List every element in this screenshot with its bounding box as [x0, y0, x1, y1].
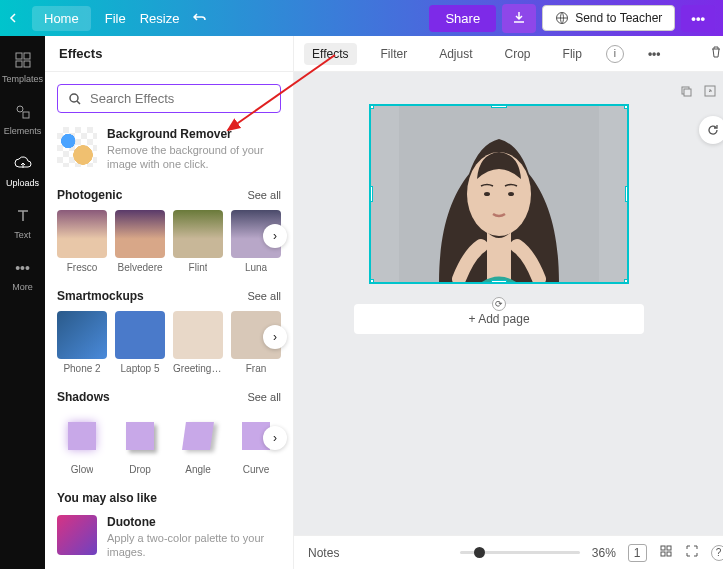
bg-remover-thumb [57, 127, 97, 167]
shadows-title: Shadows [57, 390, 110, 404]
page-number-button[interactable]: 1 [628, 544, 647, 562]
mockup-laptop[interactable]: Laptop 5 [115, 311, 165, 374]
more-menu-button[interactable]: ••• [681, 5, 715, 32]
zoom-value: 36% [592, 546, 616, 560]
svg-rect-17 [661, 552, 665, 556]
info-button[interactable]: i [606, 45, 624, 63]
shadows-next[interactable]: › [263, 426, 287, 450]
more-icon: ••• [13, 258, 33, 278]
send-to-teacher-button[interactable]: Send to Teacher [542, 5, 675, 31]
search-icon [68, 92, 82, 106]
file-menu[interactable]: File [105, 11, 126, 26]
svg-rect-2 [24, 53, 30, 59]
photogenic-see-all[interactable]: See all [247, 189, 281, 201]
svg-rect-9 [684, 89, 691, 96]
undo-button[interactable] [193, 11, 207, 25]
add-page-button[interactable]: ⟳ + Add page [354, 304, 644, 334]
background-remover-item[interactable]: Background Remover Remove the background… [57, 127, 281, 172]
home-button[interactable]: Home [32, 6, 91, 31]
rail-uploads[interactable]: Uploads [0, 148, 45, 194]
tab-filter[interactable]: Filter [373, 43, 416, 65]
top-toolbar: Home File Resize Share Send to Teacher •… [0, 0, 723, 36]
help-button[interactable]: ? [711, 545, 724, 561]
svg-rect-18 [667, 552, 671, 556]
svg-rect-3 [16, 61, 22, 67]
open-page-button[interactable] [703, 84, 717, 101]
effect-belvedere[interactable]: Belvedere [115, 210, 165, 273]
svg-rect-16 [667, 546, 671, 550]
toolbar-more[interactable]: ••• [640, 43, 669, 65]
notes-button[interactable]: Notes [308, 546, 339, 560]
shadow-drop[interactable]: Drop [115, 412, 165, 475]
mockup-card[interactable]: Greeting car... [173, 311, 223, 374]
zoom-slider[interactable] [460, 551, 580, 554]
effects-panel: Effects Background Remover Remove the ba… [45, 36, 294, 569]
duotone-thumb [57, 515, 97, 555]
globe-icon [555, 11, 569, 25]
photogenic-title: Photogenic [57, 188, 122, 202]
mockup-phone[interactable]: Phone 2 [57, 311, 107, 374]
smartmockups-see-all[interactable]: See all [247, 290, 281, 302]
templates-icon [13, 50, 33, 70]
smartmockups-next[interactable]: › [263, 325, 287, 349]
smartmockups-title: Smartmockups [57, 289, 144, 303]
canvas-area: Effects Filter Adjust Crop Flip i ••• [294, 36, 723, 569]
svg-point-14 [508, 192, 514, 196]
duotone-item[interactable]: Duotone Apply a two-color palette to you… [57, 515, 281, 560]
portrait-image [399, 104, 599, 284]
search-effects-input[interactable] [57, 84, 281, 113]
bg-remover-title: Background Remover [107, 127, 281, 141]
download-button[interactable] [502, 4, 536, 33]
bottom-bar: Notes 36% 1 ? [294, 535, 723, 569]
sync-icon: ⟳ [492, 297, 506, 311]
tab-adjust[interactable]: Adjust [431, 43, 480, 65]
svg-point-5 [17, 106, 23, 112]
photogenic-next[interactable]: › [263, 224, 287, 248]
text-icon [13, 206, 33, 226]
canvas-page[interactable]: ⟳ + Add page [354, 104, 644, 334]
selected-image[interactable] [369, 104, 629, 284]
svg-rect-15 [661, 546, 665, 550]
fullscreen-button[interactable] [685, 544, 699, 561]
svg-rect-1 [16, 53, 22, 59]
share-button[interactable]: Share [429, 5, 496, 32]
also-like-title: You may also like [57, 491, 281, 505]
shadow-glow[interactable]: Glow [57, 412, 107, 475]
duotone-title: Duotone [107, 515, 281, 529]
effect-fresco[interactable]: Fresco [57, 210, 107, 273]
left-rail: Templates Elements Uploads Text •••More [0, 36, 45, 569]
grid-view-button[interactable] [659, 544, 673, 561]
bg-remover-desc: Remove the background of your image with… [107, 143, 281, 172]
delete-button[interactable] [701, 41, 724, 66]
send-teacher-label: Send to Teacher [575, 11, 662, 25]
panel-title: Effects [45, 36, 293, 72]
rail-text[interactable]: Text [0, 200, 45, 246]
shadows-see-all[interactable]: See all [247, 391, 281, 403]
elements-icon [13, 102, 33, 122]
tab-crop[interactable]: Crop [497, 43, 539, 65]
rail-templates[interactable]: Templates [0, 44, 45, 90]
image-toolbar: Effects Filter Adjust Crop Flip i ••• [294, 36, 723, 72]
svg-point-7 [70, 94, 78, 102]
rail-elements[interactable]: Elements [0, 96, 45, 142]
uploads-icon [13, 154, 33, 174]
back-button[interactable] [8, 13, 18, 23]
resize-button[interactable]: Resize [140, 11, 180, 26]
svg-point-13 [484, 192, 490, 196]
duplicate-page-button[interactable] [679, 84, 693, 101]
tab-flip[interactable]: Flip [555, 43, 590, 65]
svg-rect-4 [24, 61, 30, 67]
svg-rect-6 [23, 112, 29, 118]
rail-more[interactable]: •••More [0, 252, 45, 298]
tab-effects[interactable]: Effects [304, 43, 356, 65]
shadow-angle[interactable]: Angle [173, 412, 223, 475]
duotone-desc: Apply a two-color palette to your images… [107, 531, 281, 560]
reset-button[interactable] [699, 116, 724, 144]
effect-flint[interactable]: Flint [173, 210, 223, 273]
